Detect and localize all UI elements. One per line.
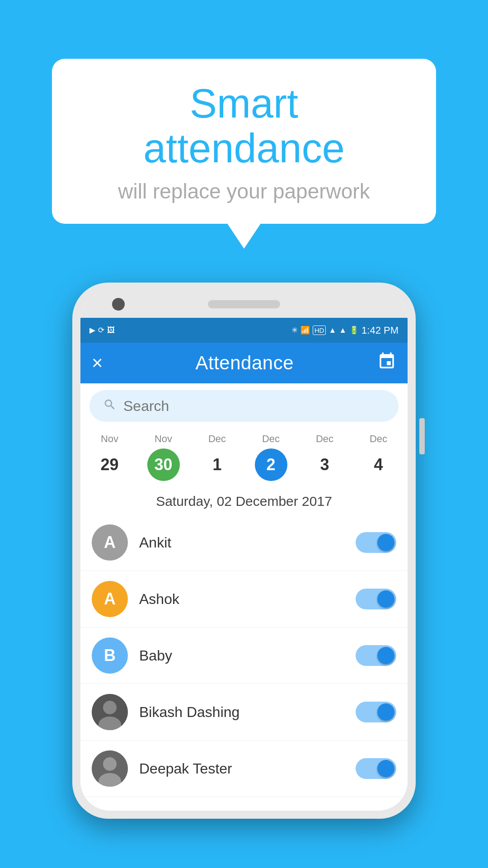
search-bar[interactable] bbox=[89, 390, 399, 422]
svg-point-4 bbox=[103, 757, 117, 771]
date-item-nov30[interactable]: Nov 30 bbox=[147, 433, 180, 481]
avatar-ankit: A bbox=[92, 524, 128, 561]
avatar-bikash bbox=[92, 694, 128, 730]
speech-bubble: Smart attendance will replace your paper… bbox=[52, 59, 436, 224]
status-bar: ▶ ⟳ 🖼 ✳ 📶 HD ▲ ▲ 🔋 1:42 PM bbox=[80, 318, 408, 343]
date-item-dec1[interactable]: Dec 1 bbox=[201, 433, 234, 481]
phone-inner: ▶ ⟳ 🖼 ✳ 📶 HD ▲ ▲ 🔋 1:42 PM × Attendance bbox=[80, 291, 408, 811]
student-list: A Ankit A Ashok bbox=[80, 514, 408, 797]
icon-play: ▶ bbox=[89, 326, 95, 335]
toggle-bikash[interactable] bbox=[356, 702, 396, 722]
speaker bbox=[208, 300, 280, 308]
icon-sync: ⟳ bbox=[98, 326, 104, 335]
student-item-bikash: Bikash Dashing bbox=[80, 684, 408, 741]
toggle-ankit[interactable] bbox=[356, 532, 396, 553]
bubble-heading: Smart attendance bbox=[84, 81, 404, 171]
student-name-bikash: Bikash Dashing bbox=[139, 704, 344, 721]
close-button[interactable]: × bbox=[92, 354, 103, 373]
date-item-nov29[interactable]: Nov 29 bbox=[94, 433, 126, 481]
student-item-ankit: A Ankit bbox=[80, 514, 408, 571]
svg-point-1 bbox=[103, 701, 117, 714]
student-name-ashok: Ashok bbox=[139, 591, 344, 608]
camera bbox=[112, 298, 125, 311]
toggle-deepak[interactable] bbox=[356, 758, 396, 779]
phone-bezel-top bbox=[80, 291, 408, 318]
avatar-deepak bbox=[92, 750, 128, 787]
bubble-subtext: will replace your paperwork bbox=[84, 179, 404, 203]
toggle-ashok[interactable] bbox=[356, 589, 396, 609]
date-item-dec2[interactable]: Dec 2 bbox=[255, 433, 287, 481]
date-picker[interactable]: Nov 29 Nov 30 Dec 1 Dec 2 bbox=[80, 429, 408, 486]
phone-outer: ▶ ⟳ 🖼 ✳ 📶 HD ▲ ▲ 🔋 1:42 PM × Attendance bbox=[72, 283, 416, 819]
phone-mockup: ▶ ⟳ 🖼 ✳ 📶 HD ▲ ▲ 🔋 1:42 PM × Attendance bbox=[72, 283, 416, 819]
student-name-baby: Baby bbox=[139, 647, 344, 664]
phone-bottom-clip bbox=[80, 797, 408, 811]
toggle-baby[interactable] bbox=[356, 645, 396, 666]
icon-image: 🖼 bbox=[107, 326, 115, 335]
icon-hd: HD bbox=[313, 326, 326, 335]
search-icon bbox=[103, 398, 117, 415]
student-item-ashok: A Ashok bbox=[80, 571, 408, 627]
student-item-deepak: Deepak Tester bbox=[80, 741, 408, 797]
avatar-baby: B bbox=[92, 637, 128, 674]
icon-signal: 📶 bbox=[300, 326, 310, 335]
date-item-dec3[interactable]: Dec 3 bbox=[309, 433, 341, 481]
app-toolbar: × Attendance bbox=[80, 343, 408, 383]
calendar-icon[interactable] bbox=[377, 352, 396, 375]
icon-battery: 🔋 bbox=[349, 326, 359, 335]
status-icons-right: ✳ 📶 HD ▲ ▲ 🔋 1:42 PM bbox=[291, 325, 399, 336]
student-name-ankit: Ankit bbox=[139, 534, 344, 551]
search-input[interactable] bbox=[123, 398, 385, 415]
date-item-dec4[interactable]: Dec 4 bbox=[362, 433, 395, 481]
student-item-baby: B Baby bbox=[80, 627, 408, 684]
status-icons-left: ▶ ⟳ 🖼 bbox=[89, 326, 115, 335]
icon-signal2: ▲ bbox=[339, 326, 347, 335]
icon-wifi: ▲ bbox=[328, 326, 336, 335]
avatar-ashok: A bbox=[92, 581, 128, 617]
icon-bluetooth: ✳ bbox=[291, 326, 298, 335]
selected-date-label: Saturday, 02 December 2017 bbox=[80, 486, 408, 514]
toolbar-title: Attendance bbox=[112, 352, 377, 374]
phone-side-button bbox=[419, 418, 425, 454]
status-time: 1:42 PM bbox=[361, 325, 399, 336]
student-name-deepak: Deepak Tester bbox=[139, 760, 344, 777]
